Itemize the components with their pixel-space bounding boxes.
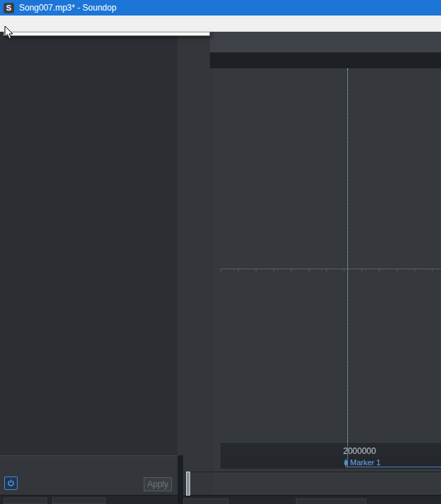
range-marker-line: [345, 467, 441, 467]
menu-bar: [0, 16, 441, 32]
overview-scroll-handle[interactable]: [186, 472, 190, 496]
marker-row[interactable]: Marker 1: [220, 457, 441, 469]
bottom-strip-right: [178, 496, 441, 504]
app-logo-icon: S: [4, 3, 14, 13]
playhead-line: [347, 68, 348, 467]
timeline-ruler[interactable]: 2000000: [220, 442, 441, 457]
panel-divider-column: [178, 455, 183, 504]
bottom-strip-left: [0, 495, 178, 504]
waveform-display[interactable]: [220, 68, 441, 269]
spectrogram-display[interactable]: [220, 273, 441, 442]
marker-label[interactable]: Marker 1: [350, 458, 380, 467]
overview-navigator[interactable]: [185, 472, 441, 496]
editor-panel: 2000000 Marker 1: [178, 32, 441, 504]
mouse-cursor: [4, 25, 14, 40]
tab-bar: [210, 53, 441, 68]
effects-dock-panel: Apply: [0, 455, 178, 495]
title-bar: S Song007.mp3* - Soundop: [0, 0, 441, 16]
power-icon: [7, 479, 15, 487]
timeline-position-label: 2000000: [343, 446, 376, 456]
dock-tab[interactable]: [296, 498, 366, 504]
dock-tab[interactable]: [183, 498, 228, 504]
dock-tab[interactable]: [52, 498, 106, 504]
window-title: Song007.mp3* - Soundop: [19, 3, 116, 13]
waveform-canvas[interactable]: [220, 68, 441, 269]
spectrogram-canvas[interactable]: [220, 273, 441, 442]
apply-button[interactable]: Apply: [144, 477, 172, 491]
toolbar: [210, 32, 441, 53]
ruler-ticks: [220, 443, 441, 457]
power-toggle-button[interactable]: [4, 477, 18, 490]
file-menu-dropdown: [4, 32, 210, 36]
dock-tab[interactable]: [4, 498, 47, 504]
